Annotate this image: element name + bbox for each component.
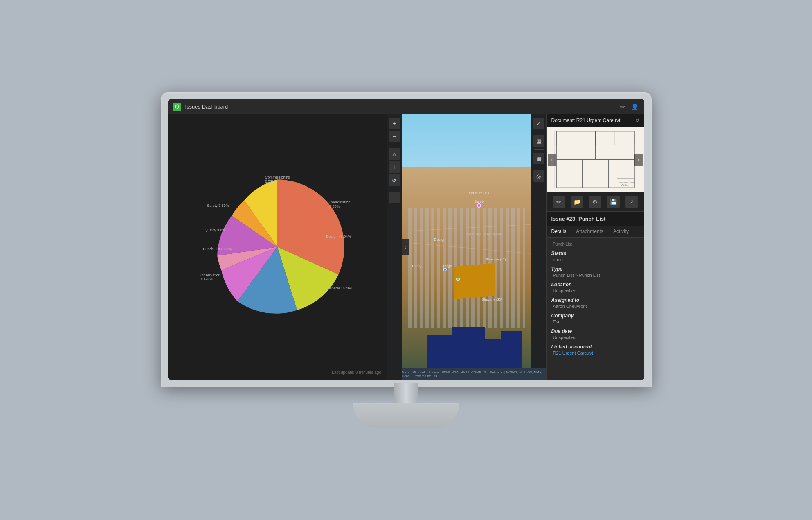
terrain: Safety Design Design <box>402 167 531 368</box>
last-update: Last update: 8 minutes ago <box>332 370 381 375</box>
assigned-label: Assigned to <box>551 297 639 303</box>
app-window: ⬡ Issues Dashboard ✏ 👤 <box>168 99 644 380</box>
doc-nav-icon: ↺ <box>635 118 639 123</box>
tab-activity[interactable]: Activity <box>608 226 634 237</box>
move-btn[interactable]: ✛ <box>389 161 400 173</box>
issue-settings-btn[interactable]: ⚙ <box>589 196 601 208</box>
doc-prev-btn[interactable]: ‹ <box>548 154 556 166</box>
toolbar-sep-2 <box>389 189 399 189</box>
titlebar-actions: ✏ 👤 <box>618 102 639 111</box>
svg-rect-7 <box>576 131 595 145</box>
detail-assigned: Assigned to Aaron Cheuvront <box>551 297 639 309</box>
issue-title: Issue #23: Punch List <box>551 216 606 222</box>
app-logo: ⬡ <box>173 103 181 111</box>
edit-icon[interactable]: ✏ <box>618 102 627 111</box>
monitor-wrapper: ⬡ Issues Dashboard ✏ 👤 <box>161 92 652 428</box>
detail-punchlist-value: Punch List <box>551 242 639 246</box>
issue-title-bar: Issue #23: Punch List <box>547 212 644 226</box>
collapse-btn[interactable]: ‹ <box>402 239 409 255</box>
structure-label-3: Structure (30) <box>482 298 502 301</box>
detail-type: Type Punch List > Punch List <box>551 266 639 278</box>
svg-rect-4 <box>582 160 608 188</box>
toolbar-sep-5 <box>534 167 544 167</box>
title-bar: ⬡ Issues Dashboard ✏ 👤 <box>168 99 644 114</box>
issue-export-btn[interactable]: ↗ <box>625 196 638 208</box>
info-btn[interactable]: ▦ <box>533 153 544 164</box>
blueprint-svg: Autodesk Revit A101 <box>547 127 644 192</box>
due-date-label: Due date <box>551 328 639 334</box>
doc-next-btn[interactable]: › <box>634 154 643 166</box>
swr-label: SWR_Site_Grading.dwg <box>466 232 502 235</box>
stand-neck <box>394 383 418 403</box>
chart-container: Design 43.04% General 16.46% Observation… <box>200 169 355 325</box>
company-label: Company <box>551 313 639 319</box>
app-content: Design 43.04% General 16.46% Observation… <box>168 114 644 380</box>
map-toolbar-right: ⤢ ▦ ▦ ◎ <box>531 114 546 368</box>
structure-label-1: Structure (11) <box>469 191 489 195</box>
zoom-out-btn[interactable]: − <box>389 131 400 142</box>
monitor-body: ⬡ Issues Dashboard ✏ 👤 <box>161 92 652 387</box>
doc-preview: Autodesk Revit A101 ‹ › <box>547 127 644 192</box>
expand-btn[interactable]: ⤢ <box>533 118 544 129</box>
issue-folder-btn[interactable]: 📁 <box>571 196 583 208</box>
document-header: Document: R21 Urgent Care.rvt ↺ <box>547 114 644 127</box>
logo-icon: ⬡ <box>175 104 179 109</box>
svg-rect-9 <box>615 131 634 145</box>
dashboard-panel: Design 43.04% General 16.46% Observation… <box>168 114 387 380</box>
compass-btn[interactable]: ◎ <box>533 170 544 182</box>
map-toolbar-left: + − ⌂ ✛ ↺ ≡ <box>387 114 402 380</box>
detail-punchlist: Punch List <box>551 242 639 246</box>
detail-status: Status open <box>551 251 639 262</box>
monitor-screen: ⬡ Issues Dashboard ✏ 👤 <box>168 99 644 380</box>
design-label-2: Design <box>441 264 452 268</box>
structure-label-2: Structure (12) <box>486 258 506 261</box>
blue-complex <box>427 319 517 368</box>
assigned-value: Aaron Cheuvront <box>551 304 639 309</box>
stand-base <box>353 403 459 428</box>
issue-panel: Document: R21 Urgent Care.rvt ↺ <box>546 114 644 380</box>
tab-attachments[interactable]: Attachments <box>571 226 608 237</box>
toolbar-sep-1 <box>389 145 399 145</box>
user-icon[interactable]: 👤 <box>630 102 639 111</box>
grid-btn[interactable]: ▦ <box>533 135 544 147</box>
status-label: Status <box>551 251 639 256</box>
toolbar-sep-4 <box>534 149 544 150</box>
detail-location: Location Unspecified <box>551 282 639 293</box>
svg-rect-8 <box>595 131 615 145</box>
safety-label: Safety <box>474 199 485 203</box>
issue-details-content: Punch List Status open Type Punch List >… <box>547 238 644 380</box>
app-title: Issues Dashboard <box>185 104 228 110</box>
linked-doc-label: Linked document <box>551 344 639 350</box>
location-label: Location <box>551 282 639 287</box>
blue-block-4 <box>501 331 522 368</box>
company-value: Esri <box>551 319 639 324</box>
issue-save-btn[interactable]: 💾 <box>607 196 620 208</box>
linked-doc-value[interactable]: R21 Urgent Care.rvt <box>551 350 639 355</box>
rotate-btn[interactable]: ↺ <box>389 174 400 186</box>
blueprint-image: Autodesk Revit A101 <box>547 127 644 192</box>
pie-chart-svg <box>200 169 355 325</box>
marker-pink <box>477 203 481 208</box>
layers-btn[interactable]: ≡ <box>389 192 400 203</box>
document-title: Document: R21 Urgent Care.rvt <box>551 118 621 123</box>
tab-details[interactable]: Details <box>547 226 571 237</box>
svg-rect-6 <box>556 131 576 145</box>
marker-design-1 <box>443 268 447 271</box>
blue-block-2 <box>452 327 485 368</box>
detail-linked-doc: Linked document R21 Urgent Care.rvt <box>551 344 639 355</box>
type-label: Type <box>551 266 639 272</box>
issue-toolbar: ✏ 📁 ⚙ 💾 ↗ <box>547 192 644 212</box>
status-value: open <box>551 257 639 262</box>
issue-edit-btn[interactable]: ✏ <box>553 196 565 208</box>
monitor-stand <box>353 383 459 428</box>
svg-text:A101: A101 <box>621 183 628 186</box>
type-value: Punch List > Punch List <box>551 273 639 278</box>
location-value: Unspecified <box>551 288 639 293</box>
detail-due-date: Due date Unspecified <box>551 328 639 340</box>
map-panel[interactable]: Safety Design Design <box>387 114 546 380</box>
home-btn[interactable]: ⌂ <box>389 148 400 160</box>
design-label-3: Design <box>434 237 445 242</box>
due-date-value: Unspecified <box>551 335 639 340</box>
detail-company: Company Esri <box>551 313 639 324</box>
zoom-in-btn[interactable]: + <box>389 118 400 129</box>
